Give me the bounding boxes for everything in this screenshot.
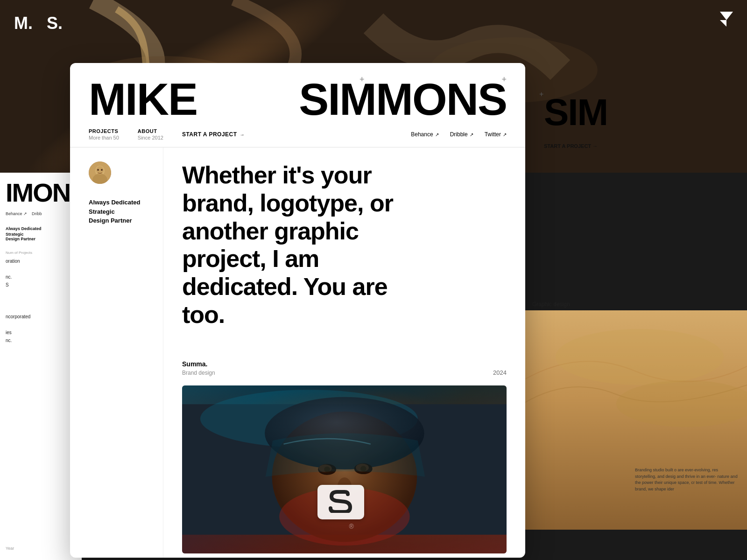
nav-behance[interactable]: Behance ↗	[411, 131, 438, 138]
registered-mark: ®	[349, 523, 354, 530]
nav-behance-arrow: ↗	[435, 132, 439, 137]
num-projects-label: Num of Projects	[6, 251, 76, 255]
sidebar-rows: oration 15 9 nc. 3 S 2 2 2	[6, 259, 76, 351]
nav-about-label: ABOUT	[138, 128, 163, 134]
bg-dribble: Dribb	[32, 211, 42, 216]
avatar-svg	[89, 161, 111, 184]
helmet-svg	[182, 385, 507, 553]
sidebar-row-3: nc. 3	[6, 274, 76, 280]
right-start-project[interactable]: START A PROJECT →	[544, 143, 726, 149]
nav-projects-label: PROJECTS	[89, 128, 119, 134]
logo-m: M.	[14, 14, 33, 33]
sidebar-row-8: ncorporated 1	[6, 314, 76, 319]
desert-svg	[523, 310, 747, 530]
sidebar-name-4: S	[6, 282, 9, 287]
main-card: MIKE SIMMONS + + PROJECTS More than 50 A…	[70, 63, 525, 558]
sidebar-row-6: 2	[6, 298, 76, 303]
card-left-col: Always Dedicated Strategic Design Partne…	[70, 147, 163, 558]
header: M. S.	[0, 0, 82, 47]
nav-twitter[interactable]: Twitter ↗	[485, 131, 507, 138]
name-row: MIKE SIMMONS	[89, 77, 507, 122]
tagline-line-3: Design Partner	[89, 216, 144, 225]
svg-point-5	[556, 329, 724, 385]
nav-projects-sub: More than 50	[89, 135, 119, 140]
tagline-line-2: Strategic	[89, 207, 144, 217]
bg-tagline-1: Always Dedicated	[6, 225, 76, 232]
right-plus-icon: +	[539, 90, 543, 98]
svg-point-12	[101, 169, 103, 171]
logo-s: S.	[47, 14, 63, 33]
bg-tagline-3: Design Partner	[6, 237, 76, 241]
nav-bar: PROJECTS More than 50 ABOUT Since 2012 S…	[89, 122, 507, 147]
sidebar-name-8: ncorporated	[6, 314, 30, 319]
hero-heading: Whether it's your brand, logotype, or an…	[182, 161, 406, 329]
right-name-partial: SIM	[544, 91, 726, 134]
name-mike: MIKE	[89, 77, 299, 122]
nav-start-arrow: →	[240, 132, 245, 137]
sidebar-row-9: 1	[6, 322, 76, 327]
bg-nav: Behance ↗ Dribb	[6, 211, 76, 216]
sidebar-row-10: ies 1	[6, 330, 76, 335]
right-start-label: START A PROJECT →	[544, 143, 598, 149]
project-year: 2024	[493, 369, 507, 376]
bg-name-partial: IMONS	[6, 177, 76, 208]
project-info: Summa. Brand design	[182, 360, 215, 376]
left-sidebar-bg: IMONS Behance ↗ Dribb Always Dedicated S…	[0, 173, 82, 560]
s-logo	[322, 488, 359, 516]
nav-behance-label: Behance	[411, 131, 433, 138]
sidebar-name-1: oration	[6, 259, 20, 264]
right-bg-panel: + SIM START A PROJECT → Graphic design	[523, 63, 747, 558]
avatar-container	[89, 161, 144, 184]
sidebar-row-7: 1	[6, 306, 76, 311]
project-name: Summa.	[182, 360, 215, 368]
bg-tagline-partial: Always Dedicated Strategic Design Partne…	[6, 225, 76, 241]
sidebar-row-2: 9	[6, 266, 76, 272]
avatar-inner	[89, 161, 111, 184]
name-simmons: SIMMONS	[299, 77, 507, 122]
tagline: Always Dedicated Strategic Design Partne…	[89, 198, 144, 225]
nav-twitter-label: Twitter	[485, 131, 501, 138]
plus-icon-left: +	[359, 75, 365, 84]
nav-dribble-arrow: ↗	[470, 132, 473, 137]
sidebar-row-11: nc. 1	[6, 338, 76, 343]
s-logo-svg	[327, 490, 355, 513]
svg-point-11	[97, 169, 99, 171]
nav-about[interactable]: ABOUT Since 2012	[138, 128, 163, 140]
sidebar-row-5: 2	[6, 290, 76, 295]
nav-dribble[interactable]: Dribble ↗	[450, 131, 473, 138]
sidebar-name-3: nc.	[6, 274, 12, 280]
sidebar-name-11: nc.	[6, 338, 12, 343]
nav-about-sub: Since 2012	[138, 135, 163, 140]
sidebar-row-12: 1	[6, 346, 76, 351]
sidebar-row-1: oration 15	[6, 259, 76, 264]
nav-start-project[interactable]: START A PROJECT →	[182, 131, 245, 138]
framer-icon[interactable]	[720, 12, 733, 30]
sidebar-row-4: S 2	[6, 282, 76, 287]
plus-icon-right: +	[501, 75, 507, 84]
project-meta: Summa. Brand design 2024	[182, 360, 507, 376]
hero-text-area: Whether it's your brand, logotype, or an…	[182, 161, 507, 346]
nav-projects[interactable]: PROJECTS More than 50	[89, 128, 119, 140]
branding-text: Branding studio built o are ever-evolvin…	[635, 467, 738, 492]
graphic-design-label: Graphic design	[532, 301, 570, 308]
bg-tagline-2: Strategic	[6, 232, 76, 237]
nav-start-label: START A PROJECT	[182, 131, 237, 138]
year-label: Year	[6, 546, 14, 551]
project-type: Brand design	[182, 370, 215, 376]
helmet-image: ®	[182, 385, 507, 553]
nav-dribble-label: Dribble	[450, 131, 468, 138]
avatar	[89, 161, 111, 184]
tagline-line-1: Always Dedicated	[89, 198, 144, 207]
card-header: MIKE SIMMONS + + PROJECTS More than 50 A…	[70, 63, 525, 147]
framer-shape	[720, 12, 733, 27]
sidebar-name-10: ies	[6, 330, 12, 335]
card-body: Always Dedicated Strategic Design Partne…	[70, 147, 525, 558]
bg-behance: Behance ↗	[6, 211, 27, 216]
nav-links: Behance ↗ Dribble ↗ Twitter ↗	[411, 131, 507, 138]
right-desert-bg: N Branding studio built o are ever-evolv…	[523, 310, 747, 530]
nav-twitter-arrow: ↗	[503, 132, 507, 137]
card-right-col: Whether it's your brand, logotype, or an…	[163, 147, 525, 558]
